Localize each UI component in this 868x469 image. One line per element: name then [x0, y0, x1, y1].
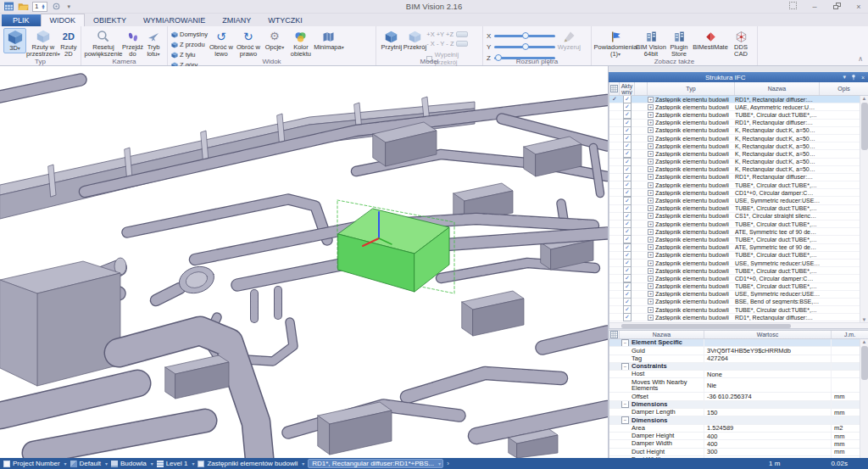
expand-icon[interactable] [648, 229, 654, 235]
grid-icon[interactable] [609, 331, 620, 338]
rotate-left-button[interactable]: ↺ Obróć w lewo [208, 28, 235, 59]
tree-row[interactable]: Zastępnik elementu budowli K, Rectangula… [609, 135, 860, 142]
property-row[interactable]: Constraints [609, 363, 860, 371]
expand-icon[interactable] [648, 260, 654, 266]
tree-row[interactable]: Zastępnik elementu budowli TUBE*, Circul… [609, 252, 860, 260]
property-row[interactable]: Duct Height 300 mm [609, 449, 860, 456]
panel-close-icon[interactable]: × [861, 75, 865, 81]
tree-row[interactable]: Zastępnik elementu budowli TUBE*, Circul… [609, 221, 860, 228]
tree-row[interactable]: Zastępnik elementu budowli TUBE*, Circul… [609, 181, 860, 189]
scrollbar-thumb[interactable] [861, 103, 868, 150]
column-wartosc[interactable]: Wartosc [704, 331, 832, 338]
expand-icon[interactable] [648, 174, 654, 180]
tree-row[interactable]: Zastępnik elementu budowli TUBE*, Circul… [609, 205, 860, 213]
notifications-button[interactable]: Powiadomienia (1) [595, 28, 636, 59]
open-folder-icon[interactable] [18, 2, 29, 11]
axes-minus-button[interactable] [456, 41, 468, 47]
scrollbar-thumb[interactable] [861, 346, 868, 380]
tree-row[interactable]: Zastępnik elementu budowli K, Rectangula… [609, 159, 860, 166]
quick-spinner[interactable]: 1 ▲▼ [32, 2, 47, 12]
plugin-store-button[interactable]: Plugin Store [666, 28, 692, 59]
table-icon[interactable] [3, 2, 14, 11]
zero-button[interactable]: Wyzeruj [555, 28, 582, 52]
spinner-arrows[interactable]: ▲▼ [41, 4, 45, 9]
column-nazwa[interactable]: Nazwa [620, 331, 704, 338]
tree-row[interactable]: Zastępnik elementu budowli ATE, Symmetri… [609, 244, 860, 252]
tree-row[interactable]: Zastępnik elementu budowli USE, Symmetri… [609, 291, 860, 299]
property-row[interactable]: Guid 3VrQ5fT4HB5eY9$cHRRMdb [609, 347, 860, 355]
slider-x[interactable] [494, 35, 555, 37]
expand-icon[interactable] [648, 315, 654, 321]
breadcrumb-building[interactable]: Budowla▾ [111, 460, 153, 467]
property-row[interactable]: Offset -36 610.256374 mm [609, 393, 860, 400]
slider-y-thumb[interactable] [522, 43, 529, 50]
expand-icon[interactable] [648, 237, 654, 243]
tree-row[interactable]: Zastępnik elementu budowli USE, Symmetri… [609, 260, 860, 267]
slider-y[interactable] [494, 46, 555, 48]
bimvision-64bit-button[interactable]: BIM Vision 64bit [636, 28, 666, 59]
tree-row[interactable]: Zastępnik elementu budowli USE, Symmetri… [609, 197, 860, 204]
breadcrumb-selected-element[interactable]: RD1*, Rectangular diffuser:RD1*+PBS...▾ [308, 459, 443, 468]
expand-icon[interactable] [648, 112, 654, 118]
rotate-right-button[interactable]: ↻ Obróć w prawo [235, 28, 262, 59]
ifc-structure-panel-header[interactable]: Struktura IFC ▾ × [609, 72, 868, 82]
expand-icon[interactable] [648, 299, 654, 304]
clip-button[interactable]: Przytnij [380, 28, 403, 52]
tree-row[interactable]: Zastępnik elementu budowli RD1*, Rectang… [609, 120, 860, 127]
view-preset-button[interactable]: Z przodu [171, 40, 208, 49]
expand-icon[interactable] [648, 283, 654, 289]
tree-row[interactable]: Zastępnik elementu budowli CS1*, Circula… [609, 213, 860, 221]
3d-viewport[interactable]: .po{fill:none;stroke:#5e5e78;} .pb{fill:… [0, 66, 608, 458]
expand-icon[interactable] [648, 276, 654, 282]
property-row[interactable]: Element Specific [609, 339, 860, 347]
panel-menu-icon[interactable]: ▾ [843, 74, 846, 81]
tree-row[interactable]: Zastępnik elementu budowli TUBE*, Circul… [609, 236, 860, 243]
expand-icon[interactable] [648, 268, 654, 274]
ribbon-tab[interactable]: PLIK [2, 14, 41, 26]
ribbon-tab[interactable]: OBIEKTY [85, 14, 135, 26]
flight-mode-button[interactable]: Tryb lotu [143, 28, 164, 59]
expand-icon[interactable] [648, 97, 654, 103]
row-checkbox[interactable] [620, 313, 635, 321]
rzuty-przestrzeni-button[interactable]: Rzuty w przestrzeni [26, 28, 60, 59]
tree-row[interactable]: Zastępnik elementu budowli RD1*, Rectang… [609, 96, 860, 103]
expand-icon[interactable] [648, 159, 654, 165]
breadcrumb-category[interactable]: Zastępniki elementów budowli▾ [198, 460, 304, 467]
tree-row[interactable]: Zastępnik elementu budowli CD1*+0, Circu… [609, 189, 860, 197]
close-button[interactable]: × [853, 3, 865, 11]
tree-row[interactable]: Zastępnik elementu budowli RD1*, Rectang… [609, 174, 860, 181]
expand-icon[interactable] [648, 127, 654, 133]
tree-vertical-scrollbar[interactable]: ▲▼ [860, 96, 868, 322]
target-icon[interactable] [51, 2, 62, 11]
minimap-button[interactable]: Minimapa [314, 28, 343, 52]
slider-x-thumb[interactable] [522, 32, 529, 39]
tree-row[interactable]: Zastępnik elementu budowli TUBE*, Circul… [609, 306, 860, 314]
object-color-button[interactable]: Kolor obiektu [287, 28, 314, 59]
breadcrumb-level[interactable]: Level 1▾ [157, 460, 195, 467]
property-row[interactable]: Moves With Nearby Elements Nie [609, 378, 860, 393]
property-row[interactable]: Damper Length 150 mm [609, 409, 860, 416]
tree-row[interactable]: Zastępnik elementu budowli TUBE*, Circul… [609, 267, 860, 275]
expand-icon[interactable] [648, 205, 654, 211]
expand-icon[interactable] [648, 182, 654, 188]
rzuty-2d-button[interactable]: 2D Rzuty 2D [60, 28, 77, 59]
minimize-button[interactable]: – [809, 3, 821, 11]
column-opis[interactable]: Opis [820, 82, 868, 95]
breadcrumb-next-icon[interactable]: › [447, 460, 449, 467]
scrollbar-thumb[interactable] [621, 324, 791, 328]
tree-row[interactable]: Zastępnik elementu budowli BSE, Bend of … [609, 299, 860, 306]
expand-icon[interactable] [648, 307, 654, 313]
expand-icon[interactable] [648, 104, 654, 110]
expand-icon[interactable] [648, 143, 654, 149]
property-row[interactable]: Dimensions [609, 416, 860, 424]
ribbon-collapse-icon[interactable]: ∧ [858, 55, 863, 63]
expand-icon[interactable] [648, 120, 654, 126]
expand-icon[interactable] [648, 252, 654, 258]
reset-zoom-button[interactable]: Resetuj powiększenie [85, 28, 122, 59]
tree-row[interactable]: Zastępnik elementu budowli K, Rectangula… [609, 150, 860, 158]
property-row[interactable]: Dimensions [609, 401, 860, 409]
panel-pin-icon[interactable] [850, 74, 857, 81]
tree-row[interactable]: Zastępnik elementu budowli RD1*, Rectang… [609, 314, 860, 321]
expand-icon[interactable] [648, 221, 654, 227]
column-typ[interactable]: Typ [648, 82, 735, 95]
